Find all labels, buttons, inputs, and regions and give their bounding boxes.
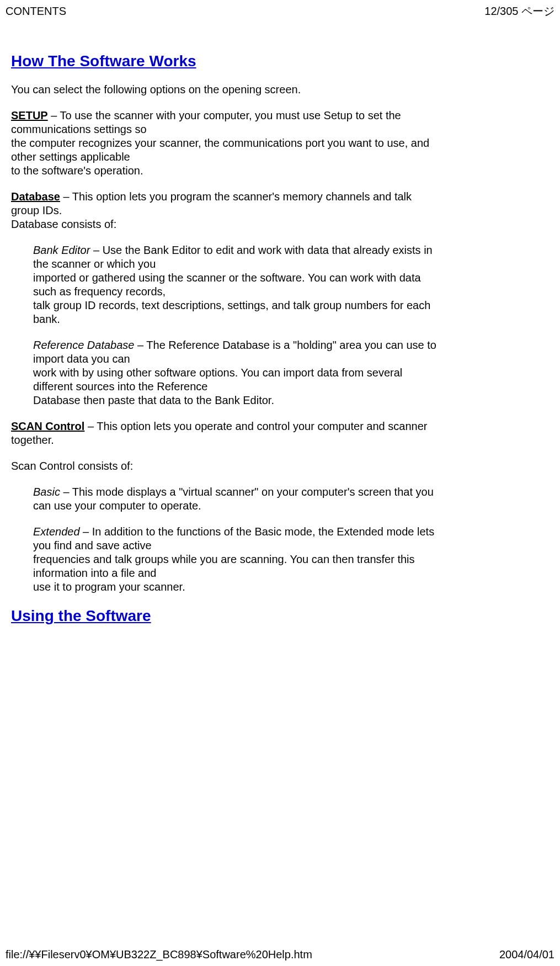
document-content: How The Software Works You can select th… bbox=[0, 18, 452, 625]
header-title: CONTENTS bbox=[6, 4, 66, 18]
database-term: Database bbox=[11, 190, 60, 203]
extended-text-1: – In addition to the functions of the Ba… bbox=[33, 526, 434, 551]
database-paragraph: Database – This option lets you program … bbox=[11, 190, 441, 231]
footer-file-path: file://¥¥Fileserv0¥OM¥UB322Z_BC898¥Softw… bbox=[6, 948, 312, 962]
bank-editor-term: Bank Editor bbox=[33, 244, 90, 256]
reference-db-text-3: Database then paste that data to the Ban… bbox=[33, 394, 274, 406]
setup-text-1: – To use the scanner with your computer,… bbox=[11, 109, 401, 135]
bank-editor-text-3: talk group ID records, text descriptions… bbox=[33, 299, 430, 325]
extended-text-2: frequencies and talk groups while you ar… bbox=[33, 553, 415, 579]
heading-how-software-works[interactable]: How The Software Works bbox=[11, 51, 441, 71]
extended-text-3: use it to program your scanner. bbox=[33, 581, 185, 593]
extended-term: Extended bbox=[33, 526, 80, 538]
basic-term: Basic bbox=[33, 486, 60, 498]
scan-control-consists: Scan Control consists of: bbox=[11, 459, 441, 473]
bank-editor-paragraph: Bank Editor – Use the Bank Editor to edi… bbox=[11, 243, 441, 326]
reference-db-text-2: work with by using other software option… bbox=[33, 367, 402, 392]
heading-using-software[interactable]: Using the Software bbox=[11, 606, 441, 625]
database-text-2: Database consists of: bbox=[11, 218, 116, 230]
database-text-1: – This option lets you program the scann… bbox=[11, 190, 412, 216]
reference-db-term: Reference Database bbox=[33, 339, 134, 351]
basic-paragraph: Basic – This mode displays a "virtual sc… bbox=[11, 485, 441, 513]
footer-date: 2004/04/01 bbox=[499, 948, 554, 962]
setup-paragraph: SETUP – To use the scanner with your com… bbox=[11, 109, 441, 178]
basic-text-1: – This mode displays a "virtual scanner"… bbox=[33, 486, 434, 512]
extended-paragraph: Extended – In addition to the functions … bbox=[11, 525, 441, 594]
setup-text-2: the computer recognizes your scanner, th… bbox=[11, 137, 429, 163]
setup-term: SETUP bbox=[11, 109, 48, 121]
bank-editor-text-2: imported or gathered using the scanner o… bbox=[33, 272, 421, 298]
page-footer: file://¥¥Fileserv0¥OM¥UB322Z_BC898¥Softw… bbox=[0, 948, 560, 962]
bank-editor-text-1: – Use the Bank Editor to edit and work w… bbox=[33, 244, 433, 270]
page-header: CONTENTS 12/305 ページ bbox=[0, 0, 560, 18]
setup-text-3: to the software's operation. bbox=[11, 164, 143, 177]
header-page-count: 12/305 ページ bbox=[484, 4, 554, 18]
reference-db-paragraph: Reference Database – The Reference Datab… bbox=[11, 338, 441, 407]
intro-paragraph: You can select the following options on … bbox=[11, 83, 441, 97]
scan-control-paragraph: SCAN Control – This option lets you oper… bbox=[11, 420, 441, 447]
scan-control-term: SCAN Control bbox=[11, 420, 84, 432]
